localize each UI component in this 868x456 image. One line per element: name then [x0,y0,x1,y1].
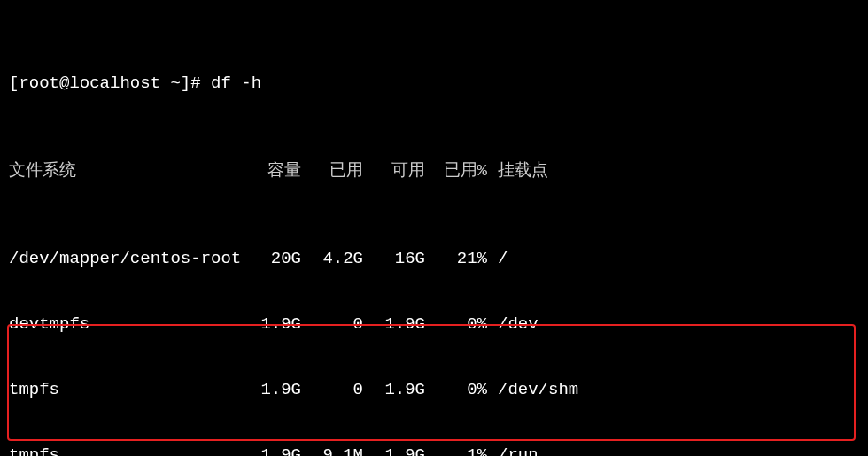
hdr-size: 容量 [239,160,301,182]
hdr-pct: 已用% [425,160,487,182]
table-row: devtmpfs1.9G01.9G0%/dev [9,313,859,336]
table-row: tmpfs1.9G01.9G0%/dev/shm [9,379,859,401]
table-row: /dev/mapper/centos-root20G4.2G16G21%/ [9,248,859,270]
hdr-used: 已用 [301,160,363,182]
df-header-row: 文件系统容量已用可用已用%挂载点 [9,160,859,182]
hdr-fs: 文件系统 [9,160,239,182]
hdr-mnt: 挂载点 [487,160,548,182]
hdr-avail: 可用 [363,160,425,182]
command-prompt: [root@localhost ~]# df -h [9,73,859,95]
prompt-text: [root@localhost ~]# df -h [9,73,261,93]
terminal-window[interactable]: [root@localhost ~]# df -h 文件系统容量已用可用已用%挂… [0,0,868,456]
table-row: tmpfs1.9G9.1M1.9G1%/run [9,444,859,456]
